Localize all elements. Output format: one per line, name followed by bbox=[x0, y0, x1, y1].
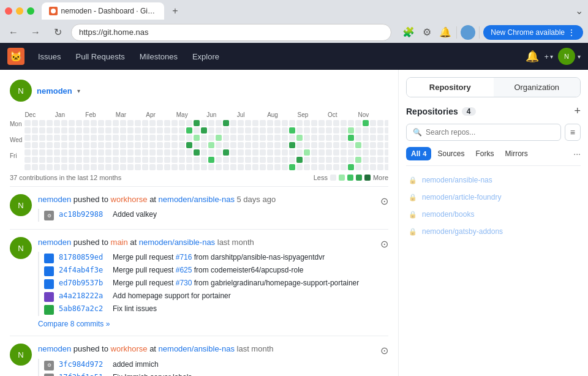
repo-search-input[interactable] bbox=[426, 128, 554, 137]
day-cell-12-2[interactable] bbox=[113, 135, 119, 141]
day-cell-23-2[interactable] bbox=[194, 135, 200, 141]
day-cell-47-6[interactable] bbox=[370, 164, 376, 170]
day-cell-0-1[interactable] bbox=[24, 127, 31, 133]
day-cell-44-4[interactable] bbox=[348, 149, 354, 156]
day-cell-15-3[interactable] bbox=[135, 142, 141, 148]
day-cell-19-4[interactable] bbox=[164, 149, 170, 156]
filter-tab-sources[interactable]: Sources bbox=[432, 147, 469, 160]
day-cell-42-0[interactable] bbox=[333, 120, 339, 126]
day-cell-46-1[interactable] bbox=[363, 127, 369, 133]
day-cell-31-2[interactable] bbox=[252, 135, 258, 141]
day-cell-39-1[interactable] bbox=[311, 127, 317, 133]
day-cell-11-1[interactable] bbox=[105, 127, 111, 133]
day-cell-10-5[interactable] bbox=[98, 157, 104, 163]
commit-hash-2-4[interactable]: a4a218222a bbox=[59, 291, 108, 300]
day-cell-6-5[interactable] bbox=[69, 157, 75, 163]
day-cell-31-0[interactable] bbox=[252, 120, 258, 126]
day-cell-3-4[interactable] bbox=[47, 149, 53, 156]
compare-commits-link-2[interactable]: Compare 8 commits » bbox=[38, 320, 110, 328]
day-cell-28-4[interactable] bbox=[230, 149, 236, 156]
day-cell-47-0[interactable] bbox=[370, 120, 376, 126]
day-cell-41-3[interactable] bbox=[326, 142, 332, 148]
day-cell-4-4[interactable] bbox=[54, 149, 60, 156]
day-cell-21-1[interactable] bbox=[179, 127, 185, 133]
day-cell-9-4[interactable] bbox=[91, 149, 97, 156]
day-cell-49-4[interactable] bbox=[385, 149, 388, 156]
commit-hash-2-3[interactable]: ed70b9537b bbox=[59, 279, 108, 287]
day-cell-17-1[interactable] bbox=[149, 127, 156, 133]
day-cell-22-3[interactable] bbox=[186, 142, 192, 148]
day-cell-46-4[interactable] bbox=[363, 149, 369, 156]
day-cell-30-4[interactable] bbox=[245, 149, 251, 156]
day-cell-7-0[interactable] bbox=[76, 120, 82, 126]
day-cell-25-5[interactable] bbox=[208, 157, 214, 163]
more-options-button[interactable]: ··· bbox=[573, 149, 581, 159]
day-cell-43-5[interactable] bbox=[341, 157, 347, 163]
day-cell-49-6[interactable] bbox=[385, 164, 388, 170]
day-cell-31-3[interactable] bbox=[252, 142, 258, 148]
day-cell-45-5[interactable] bbox=[355, 157, 361, 163]
day-cell-16-4[interactable] bbox=[142, 149, 148, 156]
profiles-icon[interactable]: ⚙ bbox=[420, 25, 434, 40]
day-cell-34-4[interactable] bbox=[274, 149, 281, 156]
filter-tab-forks[interactable]: Forks bbox=[471, 147, 499, 160]
day-cell-16-0[interactable] bbox=[142, 120, 148, 126]
day-cell-27-5[interactable] bbox=[223, 157, 229, 163]
close-window-button[interactable] bbox=[5, 7, 12, 15]
day-cell-47-2[interactable] bbox=[370, 135, 376, 141]
day-cell-28-3[interactable] bbox=[230, 142, 236, 148]
repo-item-4[interactable]: 🔒 nemoden/gatsby-addons bbox=[406, 224, 581, 239]
day-cell-47-5[interactable] bbox=[370, 157, 376, 163]
day-cell-31-5[interactable] bbox=[252, 157, 258, 163]
day-cell-27-6[interactable] bbox=[223, 164, 229, 170]
day-cell-17-4[interactable] bbox=[149, 149, 156, 156]
day-cell-38-6[interactable] bbox=[304, 164, 310, 170]
day-cell-7-3[interactable] bbox=[76, 142, 82, 148]
activity-branch-1[interactable]: workhorse bbox=[111, 195, 148, 204]
day-cell-4-3[interactable] bbox=[54, 142, 60, 148]
day-cell-5-2[interactable] bbox=[61, 135, 67, 141]
day-cell-27-1[interactable] bbox=[223, 127, 229, 133]
day-cell-30-0[interactable] bbox=[245, 120, 251, 126]
day-cell-21-3[interactable] bbox=[179, 142, 185, 148]
activity-branch-2[interactable]: main bbox=[111, 238, 128, 247]
day-cell-43-6[interactable] bbox=[341, 164, 347, 170]
day-cell-17-6[interactable] bbox=[149, 164, 156, 170]
day-cell-16-2[interactable] bbox=[142, 135, 148, 141]
day-cell-18-2[interactable] bbox=[157, 135, 163, 141]
day-cell-24-4[interactable] bbox=[201, 149, 207, 156]
day-cell-20-4[interactable] bbox=[172, 149, 178, 156]
day-cell-2-4[interactable] bbox=[39, 149, 45, 156]
day-cell-29-5[interactable] bbox=[238, 157, 244, 163]
day-cell-39-3[interactable] bbox=[311, 142, 317, 148]
day-cell-40-1[interactable] bbox=[318, 127, 325, 133]
day-cell-28-0[interactable] bbox=[230, 120, 236, 126]
day-cell-38-2[interactable] bbox=[304, 135, 310, 141]
day-cell-10-3[interactable] bbox=[98, 142, 104, 148]
day-cell-48-2[interactable] bbox=[377, 135, 383, 141]
day-cell-8-1[interactable] bbox=[83, 127, 89, 133]
nav-milestones[interactable]: Milestones bbox=[134, 48, 184, 65]
day-cell-15-0[interactable] bbox=[135, 120, 141, 126]
day-cell-13-5[interactable] bbox=[120, 157, 126, 163]
day-cell-12-4[interactable] bbox=[113, 149, 119, 156]
day-cell-18-6[interactable] bbox=[157, 164, 163, 170]
day-cell-16-6[interactable] bbox=[142, 164, 148, 170]
day-cell-15-6[interactable] bbox=[135, 164, 141, 170]
day-cell-42-4[interactable] bbox=[333, 149, 339, 156]
day-cell-40-6[interactable] bbox=[318, 164, 325, 170]
day-cell-36-2[interactable] bbox=[289, 135, 295, 141]
commit-hash-2-1[interactable]: 81780859ed bbox=[59, 253, 108, 261]
day-cell-10-4[interactable] bbox=[98, 149, 104, 156]
pr-link-716[interactable]: #716 bbox=[176, 253, 192, 261]
day-cell-26-2[interactable] bbox=[216, 135, 222, 141]
day-cell-25-6[interactable] bbox=[208, 164, 214, 170]
day-cell-10-0[interactable] bbox=[98, 120, 104, 126]
day-cell-13-6[interactable] bbox=[120, 164, 126, 170]
day-cell-21-5[interactable] bbox=[179, 157, 185, 163]
day-cell-49-0[interactable] bbox=[385, 120, 388, 126]
day-cell-0-2[interactable] bbox=[24, 135, 31, 141]
chrome-menu-icon[interactable]: ⌄ bbox=[575, 5, 583, 17]
day-cell-30-2[interactable] bbox=[245, 135, 251, 141]
day-cell-15-5[interactable] bbox=[135, 157, 141, 163]
